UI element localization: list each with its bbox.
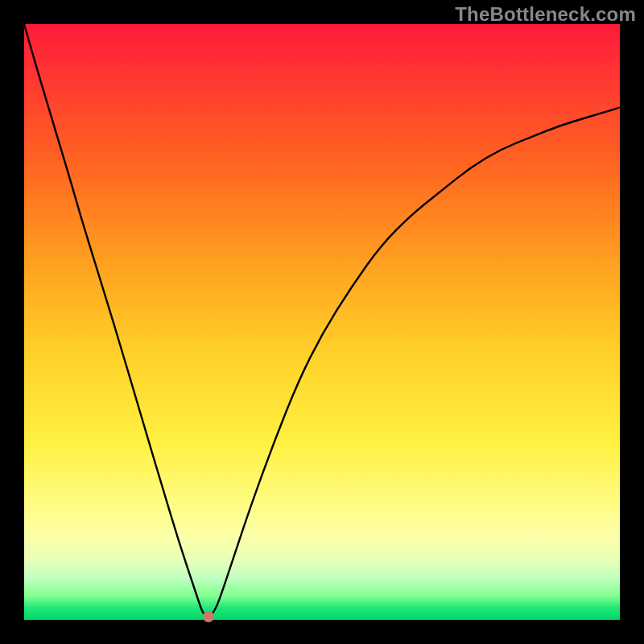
watermark-text: TheBottleneck.com (455, 3, 636, 26)
marker-dot (203, 611, 214, 622)
chart-frame: TheBottleneck.com (0, 0, 644, 644)
bottleneck-curve (24, 24, 620, 616)
curve-svg (24, 24, 620, 620)
plot-area (24, 24, 620, 620)
